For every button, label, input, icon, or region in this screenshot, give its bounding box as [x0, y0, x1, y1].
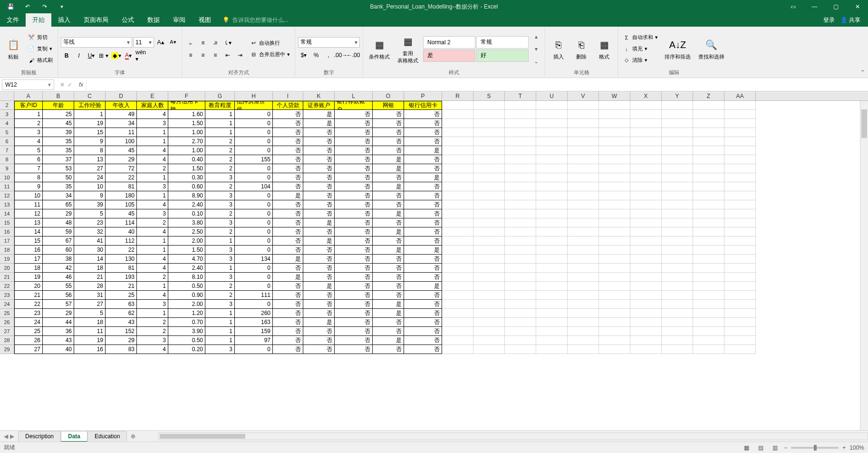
- conditional-format-button[interactable]: ▦ 条件格式: [366, 36, 393, 61]
- empty-cell[interactable]: [693, 164, 724, 173]
- increase-indent-button[interactable]: ⇥: [234, 49, 246, 61]
- data-cell[interactable]: 1: [205, 336, 235, 345]
- data-cell[interactable]: 否: [404, 110, 442, 119]
- empty-cell[interactable]: [662, 336, 693, 345]
- data-cell[interactable]: 23: [14, 309, 43, 318]
- sort-filter-button[interactable]: A↓Z排序和筛选: [662, 36, 694, 61]
- empty-cell[interactable]: [473, 119, 505, 128]
- empty-cell[interactable]: [473, 200, 505, 209]
- empty-cell[interactable]: [662, 282, 693, 291]
- data-cell[interactable]: 否: [335, 282, 373, 291]
- data-cell[interactable]: 否: [303, 173, 335, 182]
- data-cell[interactable]: 否: [335, 273, 373, 282]
- data-cell[interactable]: 2.50: [168, 227, 205, 236]
- data-cell[interactable]: 8: [14, 173, 43, 182]
- data-cell[interactable]: 2: [137, 327, 168, 336]
- empty-cell[interactable]: [693, 218, 724, 227]
- data-cell[interactable]: 0.10: [168, 209, 205, 218]
- empty-cell[interactable]: [568, 137, 599, 146]
- empty-cell[interactable]: [473, 218, 505, 227]
- data-cell[interactable]: 112: [106, 236, 137, 246]
- data-cell[interactable]: 193: [106, 273, 137, 282]
- data-cell[interactable]: 是: [273, 273, 303, 282]
- header-cell[interactable]: 银行存款账户: [335, 101, 373, 110]
- vertical-scrollbar[interactable]: [860, 101, 868, 430]
- empty-cell[interactable]: [568, 327, 599, 336]
- data-cell[interactable]: 是: [303, 119, 335, 128]
- empty-cell[interactable]: [693, 200, 724, 209]
- col-header-V[interactable]: V: [568, 91, 599, 100]
- empty-cell[interactable]: [568, 345, 599, 354]
- empty-cell[interactable]: [693, 236, 724, 246]
- empty-cell[interactable]: [536, 327, 568, 336]
- clear-button[interactable]: ◇清除 ▾: [621, 55, 660, 66]
- data-cell[interactable]: 0: [235, 218, 273, 227]
- empty-cell[interactable]: [536, 155, 568, 164]
- data-cell[interactable]: 否: [273, 318, 303, 327]
- empty-cell[interactable]: [599, 236, 630, 246]
- empty-cell[interactable]: [630, 236, 662, 246]
- empty-cell[interactable]: [724, 173, 756, 182]
- align-top-button[interactable]: ⫠: [185, 37, 196, 49]
- empty-cell[interactable]: [536, 291, 568, 300]
- data-cell[interactable]: 否: [404, 155, 442, 164]
- data-cell[interactable]: 1: [14, 110, 43, 119]
- empty-cell[interactable]: [599, 128, 630, 137]
- empty-cell[interactable]: [442, 182, 473, 191]
- data-cell[interactable]: 2: [205, 164, 235, 173]
- empty-cell[interactable]: [473, 255, 505, 264]
- empty-cell[interactable]: [505, 146, 536, 155]
- empty-cell[interactable]: [442, 101, 473, 110]
- empty-cell[interactable]: [505, 173, 536, 182]
- header-cell[interactable]: 年收入: [106, 101, 137, 110]
- data-cell[interactable]: 4.70: [168, 255, 205, 264]
- data-cell[interactable]: 否: [373, 291, 404, 300]
- sheet-nav-prev[interactable]: ◀: [4, 433, 8, 440]
- data-cell[interactable]: 2: [205, 137, 235, 146]
- empty-cell[interactable]: [662, 191, 693, 200]
- empty-cell[interactable]: [568, 182, 599, 191]
- empty-cell[interactable]: [442, 164, 473, 173]
- style-good[interactable]: 好: [476, 49, 529, 62]
- data-cell[interactable]: 否: [303, 300, 335, 309]
- data-cell[interactable]: 否: [335, 264, 373, 273]
- col-header-AA[interactable]: AA: [724, 91, 756, 100]
- data-cell[interactable]: 22: [14, 300, 43, 309]
- zoom-slider[interactable]: [791, 447, 839, 449]
- empty-cell[interactable]: [536, 264, 568, 273]
- row-header-14[interactable]: 14: [0, 209, 14, 218]
- data-cell[interactable]: 否: [303, 336, 335, 345]
- row-header-26[interactable]: 26: [0, 318, 14, 327]
- col-header-U[interactable]: U: [536, 91, 568, 100]
- data-cell[interactable]: 42: [43, 264, 74, 273]
- data-cell[interactable]: 130: [106, 255, 137, 264]
- row-header-28[interactable]: 28: [0, 336, 14, 345]
- data-cell[interactable]: 是: [273, 191, 303, 200]
- empty-cell[interactable]: [693, 227, 724, 236]
- empty-cell[interactable]: [662, 164, 693, 173]
- data-cell[interactable]: 45: [43, 119, 74, 128]
- row-header-17[interactable]: 17: [0, 236, 14, 246]
- data-cell[interactable]: 否: [303, 273, 335, 282]
- font-size-combo[interactable]: 11▾: [133, 37, 154, 48]
- data-cell[interactable]: 29: [106, 155, 137, 164]
- data-cell[interactable]: 9: [14, 182, 43, 191]
- data-cell[interactable]: 0: [235, 236, 273, 246]
- data-cell[interactable]: 3: [137, 300, 168, 309]
- data-cell[interactable]: 2.40: [168, 200, 205, 209]
- data-cell[interactable]: 9: [74, 137, 106, 146]
- data-cell[interactable]: 否: [335, 255, 373, 264]
- data-cell[interactable]: 否: [404, 264, 442, 273]
- data-cell[interactable]: 是: [373, 246, 404, 255]
- data-cell[interactable]: 是: [404, 146, 442, 155]
- empty-cell[interactable]: [724, 300, 756, 309]
- col-header-Z[interactable]: Z: [693, 91, 724, 100]
- data-cell[interactable]: 否: [273, 227, 303, 236]
- data-cell[interactable]: 4: [137, 291, 168, 300]
- empty-cell[interactable]: [630, 137, 662, 146]
- empty-cell[interactable]: [599, 309, 630, 318]
- empty-cell[interactable]: [536, 227, 568, 236]
- decrease-font-button[interactable]: A▾: [167, 37, 179, 48]
- empty-cell[interactable]: [536, 273, 568, 282]
- data-cell[interactable]: 否: [335, 182, 373, 191]
